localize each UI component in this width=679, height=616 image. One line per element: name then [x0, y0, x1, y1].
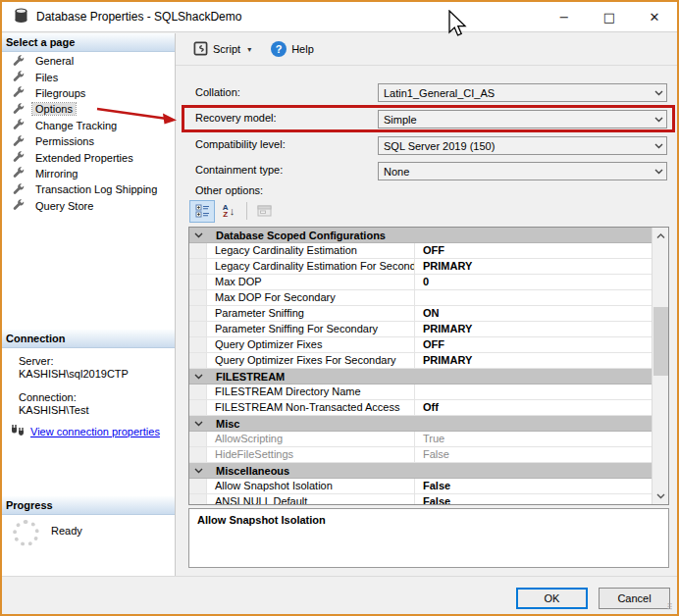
grid-section-header[interactable]: Database Scoped Configurations [189, 228, 652, 243]
resize-grip[interactable]: ⠿ [666, 602, 674, 612]
connection-properties-icon [10, 424, 25, 439]
grid-row-value[interactable]: False [415, 494, 652, 504]
minimize-button[interactable]: − [542, 2, 587, 32]
maximize-button[interactable]: □ [587, 2, 632, 32]
sort-alphabetical-icon[interactable]: AZ↓ [216, 200, 241, 223]
close-button[interactable]: ✕ [632, 2, 677, 32]
grid-row-gutter [189, 400, 207, 415]
containment-type-combobox[interactable]: None [378, 162, 667, 180]
grid-row[interactable]: AllowScripting True [189, 432, 652, 447]
categorized-icon[interactable] [189, 200, 215, 223]
button-bar: OK Cancel ⠿ [2, 576, 677, 614]
recovery-model-combobox[interactable]: Simple [378, 110, 667, 128]
grid-row-value[interactable]: OFF [415, 337, 652, 352]
server-value: KASHISH\sql2019CTP [19, 368, 129, 380]
grid-row-value[interactable]: 0 [415, 275, 652, 289]
grid-row-value[interactable]: False [415, 479, 652, 493]
property-pages-icon[interactable] [251, 200, 277, 223]
wrench-icon [12, 135, 26, 148]
progress-spinner-icon [13, 520, 39, 546]
script-dropdown-icon[interactable]: ▾ [247, 45, 251, 54]
sidebar-page-item[interactable]: Options [2, 101, 175, 117]
vertical-scrollbar[interactable] [652, 228, 668, 504]
grid-row[interactable]: FILESTREAM Directory Name [189, 385, 652, 400]
grid-section-header[interactable]: FILESTREAM [189, 369, 652, 385]
grid-row-label: HideFileSettings [207, 447, 415, 462]
connection-label: Connection: [19, 391, 77, 403]
chevron-down-icon[interactable] [651, 169, 666, 175]
toolbar-separator [246, 202, 247, 220]
sidebar-page-item[interactable]: Filegroups [2, 85, 175, 101]
sidebar-page-item[interactable]: Permissions [2, 133, 175, 149]
grid-row[interactable]: Allow Snapshot Isolation False [189, 479, 652, 494]
grid-row-gutter [189, 479, 207, 493]
grid-row[interactable]: Legacy Cardinality Estimation For Second… [189, 259, 652, 275]
grid-row-value[interactable]: PRIMARY [415, 322, 652, 336]
sidebar-page-item[interactable]: Files [2, 69, 175, 84]
grid-row-value[interactable] [415, 385, 652, 399]
sidebar-page-item[interactable]: Query Store [2, 198, 175, 214]
ok-button[interactable]: OK [516, 588, 588, 609]
property-description-title: Allow Snapshot Isolation [197, 514, 660, 526]
select-a-page-list: General Files Filegroups Options Change [2, 53, 175, 214]
grid-row[interactable]: Max DOP 0 [189, 275, 652, 290]
sidebar-page-item[interactable]: Extended Properties [2, 149, 175, 165]
cancel-button[interactable]: Cancel [599, 588, 670, 609]
collapse-chevron-icon[interactable] [189, 421, 207, 427]
left-panel: Select a page General Files Filegroups [2, 33, 176, 576]
grid-section-header[interactable]: Miscellaneous [189, 463, 652, 479]
title-bar[interactable]: Database Properties - SQLShackDemo − □ ✕ [2, 2, 677, 32]
property-grid-rows: Database Scoped Configurations Legacy Ca… [189, 228, 652, 504]
chevron-down-icon[interactable] [651, 117, 666, 123]
collation-combobox[interactable]: Latin1_General_CI_AS [378, 83, 667, 102]
sidebar-page-item[interactable]: Change Tracking [2, 118, 175, 133]
grid-row-value[interactable]: ON [415, 306, 652, 321]
grid-section-header[interactable]: Misc [189, 416, 652, 432]
chevron-down-icon[interactable] [651, 90, 666, 96]
scroll-up-icon[interactable] [653, 228, 669, 244]
grid-row-value[interactable] [415, 290, 652, 305]
grid-row[interactable]: FILESTREAM Non-Transacted Access Off [189, 400, 652, 416]
sidebar-page-item[interactable]: Transaction Log Shipping [2, 181, 175, 197]
grid-row-value[interactable]: PRIMARY [415, 259, 652, 274]
view-connection-properties-link[interactable]: View connection properties [30, 426, 160, 437]
grid-row[interactable]: Max DOP For Secondary [189, 290, 652, 306]
grid-row[interactable]: Parameter Sniffing For Secondary PRIMARY [189, 322, 652, 337]
grid-row-label: Parameter Sniffing [207, 306, 415, 321]
wrench-icon [12, 103, 26, 116]
collapse-chevron-icon[interactable] [189, 232, 207, 238]
sidebar-page-label: Transaction Log Shipping [32, 183, 160, 195]
scroll-down-icon[interactable] [653, 488, 669, 504]
wrench-icon [12, 86, 26, 99]
help-button[interactable]: ? Help [265, 38, 320, 60]
chevron-down-icon[interactable] [651, 143, 666, 149]
wrench-icon [12, 151, 26, 164]
sidebar-page-item[interactable]: Mirroring [2, 166, 175, 181]
grid-row-value[interactable]: False [415, 447, 652, 462]
collapse-chevron-icon[interactable] [189, 468, 207, 474]
grid-row-value[interactable]: Off [415, 400, 652, 415]
sidebar-page-item[interactable]: General [2, 53, 175, 69]
collapse-chevron-icon[interactable] [189, 374, 207, 380]
grid-row[interactable]: Parameter Sniffing ON [189, 306, 652, 322]
grid-row[interactable]: Legacy Cardinality Estimation OFF [189, 243, 652, 259]
script-icon [193, 41, 208, 58]
grid-row-gutter [189, 322, 207, 336]
grid-row-gutter [189, 306, 207, 321]
grid-row-value[interactable]: True [415, 432, 652, 446]
progress-header: Progress [2, 496, 175, 515]
grid-row[interactable]: ANSI NULL Default False [189, 494, 652, 504]
sidebar-page-label: Mirroring [32, 168, 80, 180]
collation-label: Collation: [195, 86, 240, 98]
grid-row-label: AllowScripting [207, 432, 415, 446]
grid-row[interactable]: Query Optimizer Fixes For Secondary PRIM… [189, 353, 652, 369]
compatibility-level-combobox[interactable]: SQL Server 2019 (150) [378, 136, 667, 155]
connection-header: Connection [2, 330, 175, 348]
grid-row-value[interactable]: OFF [415, 243, 652, 258]
grid-row[interactable]: HideFileSettings False [189, 447, 652, 463]
sidebar-page-label: Files [32, 72, 61, 83]
script-button[interactable]: Script ▾ [187, 38, 257, 61]
grid-row[interactable]: Query Optimizer Fixes OFF [189, 337, 652, 353]
scrollbar-thumb[interactable] [653, 307, 668, 376]
grid-row-value[interactable]: PRIMARY [415, 353, 652, 368]
